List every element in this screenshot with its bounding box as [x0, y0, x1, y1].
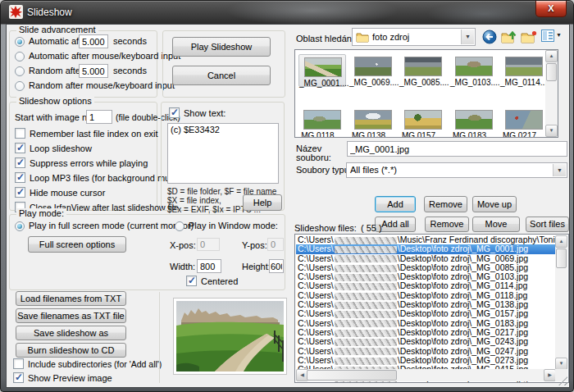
radio-random-mouse-label[interactable]: Random after mouse/keyboard input	[29, 80, 175, 90]
thumbnail-item[interactable]: _MG_0069....	[349, 54, 397, 87]
checkbox-centered[interactable]	[186, 276, 197, 286]
xpos-input[interactable]	[197, 238, 220, 251]
scroll-up-icon[interactable]: ▲	[545, 50, 558, 62]
scrollbar-thumb[interactable]	[556, 248, 567, 268]
radio-automatic-after[interactable]	[15, 37, 25, 47]
scroll-down-icon[interactable]: ▼	[545, 125, 558, 137]
list-item[interactable]: C:\Users\\Desktop\foto zdroj\_MG_0243.jp…	[296, 337, 557, 346]
radio-window-mode[interactable]	[175, 221, 184, 231]
cancel-button[interactable]: Cancel	[172, 66, 271, 85]
radio-fullscreen-mode-label[interactable]: Play in full screen mode (current monito…	[29, 221, 194, 230]
scroll-right-icon[interactable]: ▶	[544, 369, 556, 381]
checkbox-show-preview[interactable]	[13, 372, 24, 383]
width-input[interactable]	[197, 259, 221, 273]
sort-files-button[interactable]: Sort files	[526, 217, 569, 232]
checkbox-show-preview-label[interactable]: Show Preview image	[28, 373, 112, 383]
burn-cd-button[interactable]: Burn slideshow to CD	[16, 343, 126, 358]
list-item[interactable]: C:\Users\\Desktop\foto zdroj\_MG_0085.jp…	[296, 263, 557, 272]
radio-random-after-label[interactable]: Random after	[29, 66, 84, 75]
auto-seconds-input[interactable]	[79, 34, 108, 48]
checkbox-hide-cursor-label[interactable]: Hide mouse cursor	[30, 188, 105, 198]
thumbnail-item[interactable]: _MG_0114....	[500, 54, 548, 87]
checkbox-include-subdirs[interactable]	[13, 358, 24, 369]
thumbnail-item[interactable]: _MG_0103....	[450, 54, 498, 87]
new-folder-icon[interactable]	[521, 30, 537, 46]
chevron-down-icon[interactable]: ▼	[553, 164, 566, 176]
up-one-level-icon[interactable]	[501, 30, 517, 46]
radio-random-mouse[interactable]	[15, 81, 25, 91]
radio-random-after[interactable]	[15, 66, 25, 76]
thumbnail-item[interactable]: _MG_0085....	[399, 54, 447, 87]
scrollbar-thumb[interactable]	[546, 63, 557, 81]
list-item[interactable]: C:\Users\\Desktop\foto zdroj\_MG_0157.jp…	[296, 309, 557, 318]
fullscreen-options-button[interactable]: Full screen options	[28, 236, 126, 253]
checkbox-remember-index-label[interactable]: Remember last file index on exit	[30, 129, 158, 139]
thumbnail-item[interactable]: MG 0138....	[349, 107, 397, 138]
list-item[interactable]: C:\Users\\Desktop\foto zdroj\_MG_0114.jp…	[296, 281, 557, 290]
checkbox-loop-slideshow[interactable]	[15, 143, 25, 153]
radio-automatic-mouse-label[interactable]: Automatic after mouse/keyboard input	[29, 51, 180, 61]
list-item[interactable]: C:\Users\\Desktop\foto zdroj\_MG_0183.jp…	[296, 319, 557, 328]
thumbnail-item[interactable]: _MG_0001....	[298, 54, 346, 87]
list-item-selected[interactable]: C:\Users\\Desktop\foto zdroj\_MG_0001.jp…	[296, 244, 557, 253]
remove-all-button[interactable]: Remove all	[425, 217, 469, 232]
filetype-combobox[interactable]: All files (*.*) ▼	[346, 162, 567, 178]
move-down-button[interactable]: Move down	[472, 217, 520, 232]
checkbox-loop-slideshow-label[interactable]: Loop slideshow	[30, 144, 92, 153]
checkbox-centered-label[interactable]: Centered	[201, 276, 238, 286]
add-button[interactable]: Add	[375, 196, 416, 212]
checkbox-remember-index[interactable]	[15, 128, 25, 139]
slideshow-files-count: ( 55 )	[361, 223, 382, 233]
list-item[interactable]: C:\Users\\Desktop\foto zdroj\_MG_0103.jp…	[296, 272, 557, 281]
checkbox-show-text-label[interactable]: Show text:	[184, 108, 226, 118]
view-menu-icon[interactable]	[541, 30, 558, 46]
checkbox-hide-cursor[interactable]	[15, 187, 25, 198]
titlebar[interactable]: Slideshow X	[1, 1, 573, 24]
thumbnail-pane[interactable]: _MG_0001.... _MG_0069.... _MG_0085.... _…	[294, 49, 558, 138]
chevron-down-icon[interactable]: ▼	[461, 30, 474, 44]
list-item[interactable]: C:\Users\\Desktop\foto zdroj\_MG_0247.jp…	[296, 347, 557, 356]
height-input[interactable]	[269, 259, 284, 273]
scrollbar-thumb[interactable]	[307, 370, 397, 381]
play-slideshow-button[interactable]: Play Slideshow	[172, 37, 271, 57]
checkbox-show-text[interactable]	[169, 107, 180, 118]
checkbox-suppress-errors-label[interactable]: Suppress errors while playing	[30, 158, 148, 168]
list-item[interactable]: C:\Users\\Music\Franz Ferdinand discogra…	[296, 235, 557, 244]
thumbnail-scrollbar[interactable]: ▲ ▼	[545, 50, 558, 137]
list-item[interactable]: C:\Users\\Desktop\foto zdroj\_MG_0138.jp…	[296, 300, 557, 309]
start-image-input[interactable]	[86, 110, 112, 124]
close-icon[interactable]: X	[535, 1, 567, 17]
save-exe-scr-button[interactable]: Save slideshow as EXE/SCR	[16, 326, 126, 340]
list-item[interactable]: C:\Users\\Desktop\foto zdroj\_MG_0069.jp…	[296, 254, 557, 263]
file-list-hscrollbar[interactable]: ◀ ▶	[296, 369, 556, 381]
scroll-up-icon[interactable]: ▲	[555, 235, 567, 248]
slideshow-files-list[interactable]: C:\Users\\Music\Franz Ferdinand discogra…	[294, 234, 569, 383]
move-up-button[interactable]: Move up	[472, 196, 517, 212]
checkbox-suppress-errors[interactable]	[15, 157, 25, 168]
thumbnail-item[interactable]: MG 0118....	[298, 107, 346, 138]
file-list-vscrollbar[interactable]: ▲ ▼	[555, 235, 567, 370]
list-item[interactable]: C:\Users\\Desktop\foto zdroj\_MG_0273.jp…	[296, 356, 557, 365]
radio-automatic-mouse[interactable]	[15, 52, 25, 62]
checkbox-include-subdirs-label[interactable]: Include subdirectories (for 'Add all')	[28, 359, 162, 369]
thumbnail-item[interactable]: MG 0217....	[500, 107, 548, 138]
list-item[interactable]: C:\Users\\Desktop\foto zdroj\_MG_0217.jp…	[296, 328, 557, 337]
radio-window-mode-label[interactable]: Play in Window mode:	[189, 221, 278, 230]
filename-input[interactable]	[347, 141, 567, 157]
list-item[interactable]: C:\Users\\Desktop\foto zdroj\_MG_0118.jp…	[296, 291, 557, 300]
thumbnail-item[interactable]: MG 0157....	[399, 107, 447, 138]
thumbnail-item[interactable]: MG 0183....	[450, 107, 498, 138]
checkbox-loop-mp3[interactable]	[15, 172, 25, 183]
back-icon[interactable]	[482, 30, 499, 46]
load-filenames-button[interactable]: Load filenames from TXT file	[16, 291, 126, 306]
radio-fullscreen-mode[interactable]	[15, 221, 25, 231]
show-text-input[interactable]: (c) $E33432	[167, 123, 279, 184]
ypos-input[interactable]	[267, 238, 284, 251]
look-in-combobox[interactable]: foto zdroj ▼	[352, 28, 476, 46]
scroll-down-icon[interactable]: ▼	[555, 358, 567, 370]
save-filenames-button[interactable]: Save filenames as TXT file	[16, 308, 126, 323]
view-menu-caret-icon[interactable]: ▼	[556, 32, 562, 38]
remove-button[interactable]: Remove	[424, 196, 467, 212]
help-button[interactable]: Help	[243, 194, 282, 211]
random-seconds-input[interactable]	[79, 64, 108, 78]
